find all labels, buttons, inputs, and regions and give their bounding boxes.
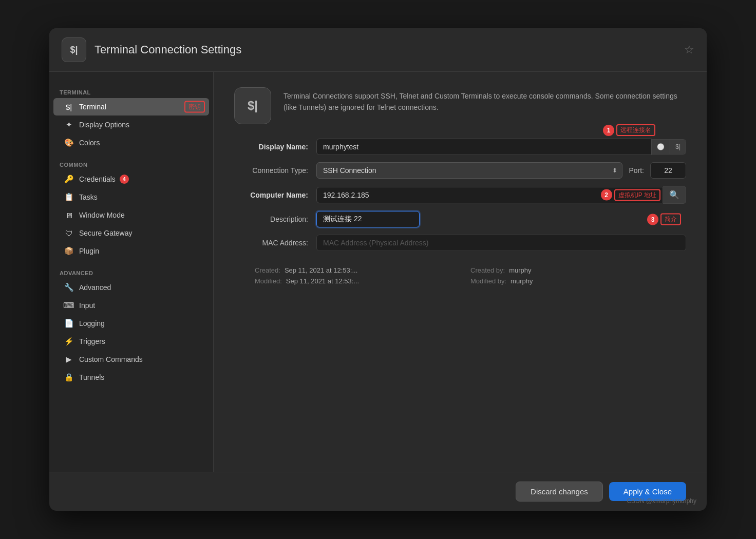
- sidebar-item-plugin-label: Plugin: [79, 247, 99, 255]
- sidebar-item-display-options[interactable]: ✦ Display Options: [53, 116, 209, 133]
- window-title: Terminal Connection Settings: [94, 43, 241, 56]
- terminal-large-icon: $|: [234, 87, 271, 124]
- sidebar-item-triggers[interactable]: ⚡ Triggers: [53, 333, 209, 350]
- sidebar-item-tunnels-label: Tunnels: [79, 373, 104, 381]
- key-annotation: 密钥: [184, 101, 205, 113]
- secure-gateway-icon: 🛡: [64, 228, 74, 238]
- connection-type-select[interactable]: SSH Connection Telnet Connection Custom …: [316, 162, 622, 179]
- sidebar-item-secure-gateway-label: Secure Gateway: [79, 229, 133, 237]
- connection-type-select-wrapper: SSH Connection Telnet Connection Custom …: [316, 162, 622, 179]
- created-by-row: Created by: murphy: [470, 266, 686, 274]
- sidebar-item-terminal-label: Terminal: [79, 103, 106, 111]
- description-input[interactable]: [316, 211, 420, 227]
- display-name-wrapper: ⚪ $| 1 远程连接名: [316, 139, 686, 155]
- input-icon: ⌨: [64, 300, 74, 311]
- title-bar: $| Terminal Connection Settings ☆: [49, 28, 707, 72]
- sidebar-item-terminal[interactable]: $| Terminal 密钥: [53, 98, 209, 116]
- sidebar-item-plugin[interactable]: 📦 Plugin: [53, 242, 209, 260]
- display-name-label: Display Name:: [234, 143, 316, 151]
- sidebar-item-colors[interactable]: 🎨 Colors: [53, 134, 209, 151]
- description-wrapper: 3 简介: [316, 211, 686, 227]
- modified-value: Sep 11, 2021 at 12:53:...: [286, 277, 359, 285]
- sidebar-item-window-mode[interactable]: 🖥 Window Mode: [53, 206, 209, 224]
- sidebar-item-colors-label: Colors: [79, 139, 100, 147]
- sidebar-item-triggers-label: Triggers: [79, 337, 105, 345]
- connection-type-label: Connection Type:: [234, 166, 316, 175]
- search-btn[interactable]: 🔍: [663, 186, 686, 204]
- window-mode-icon: 🖥: [64, 210, 74, 220]
- main-window: $| Terminal Connection Settings ☆ Termin…: [49, 28, 707, 511]
- form-section: Display Name: ⚪ $| 1 远程连接名: [234, 139, 686, 456]
- circle-1: 1: [603, 125, 614, 136]
- sidebar-item-input[interactable]: ⌨ Input: [53, 297, 209, 314]
- sidebar-item-logging[interactable]: 📄 Logging: [53, 315, 209, 332]
- mac-address-label: MAC Address:: [234, 239, 316, 247]
- created-label: Created:: [255, 266, 280, 274]
- colors-icon: 🎨: [64, 138, 74, 148]
- circle-3: 3: [647, 214, 658, 225]
- tunnels-icon: 🔒: [64, 372, 74, 382]
- sidebar-item-tunnels[interactable]: 🔒 Tunnels: [53, 369, 209, 386]
- display-name-circle-btn[interactable]: ⚪: [652, 140, 670, 154]
- sidebar-item-tasks[interactable]: 📋 Tasks: [53, 188, 209, 206]
- created-by-label: Created by:: [470, 266, 505, 274]
- watermark: CSDN @xmurphymurphy: [627, 497, 696, 505]
- sidebar-item-credentials-label: Credentials: [79, 175, 116, 183]
- modified-by-value: murphy: [511, 277, 533, 285]
- port-input[interactable]: [650, 162, 686, 179]
- sidebar-item-secure-gateway[interactable]: 🛡 Secure Gateway: [53, 224, 209, 242]
- created-row: Created: Sep 11, 2021 at 12:53:...: [255, 266, 470, 274]
- remote-connection-annotation: 1 远程连接名: [603, 124, 655, 136]
- tasks-icon: 📋: [64, 192, 74, 202]
- app-icon-text: $|: [70, 45, 78, 55]
- sidebar-item-advanced-label: Advanced: [79, 283, 111, 292]
- circle-2: 2: [601, 189, 612, 201]
- vm-ip-annotation: 2 虚拟机IP 地址: [601, 189, 660, 201]
- display-name-row: Display Name: ⚪ $| 1 远程连接名: [234, 139, 686, 155]
- advanced-icon: 🔧: [64, 282, 74, 293]
- info-description: Terminal Connections support SSH, Telnet…: [284, 87, 686, 113]
- terminal-icon: $|: [64, 102, 74, 112]
- description-annotation: 3 简介: [647, 214, 681, 225]
- display-name-terminal-btn[interactable]: $|: [670, 140, 686, 154]
- sidebar-item-input-label: Input: [79, 301, 95, 310]
- display-name-input[interactable]: [316, 139, 652, 155]
- connection-type-row: Connection Type: SSH Connection Telnet C…: [234, 162, 686, 179]
- sidebar-item-logging-label: Logging: [79, 319, 105, 328]
- sidebar-item-display-options-label: Display Options: [79, 121, 129, 129]
- modified-label: Modified:: [255, 277, 282, 285]
- sidebar-item-tasks-label: Tasks: [79, 193, 98, 201]
- mac-address-input[interactable]: [316, 235, 686, 251]
- modified-by-row: Modified by: murphy: [470, 277, 686, 285]
- modified-row: Modified: Sep 11, 2021 at 12:53:...: [255, 277, 470, 285]
- info-row: $| Terminal Connections support SSH, Tel…: [234, 87, 686, 124]
- description-row: Description: 3 简介: [234, 211, 686, 227]
- main-content: Terminal $| Terminal 密钥 ✦ Display Option…: [49, 72, 707, 472]
- triggers-icon: ⚡: [64, 336, 74, 346]
- favorite-icon[interactable]: ☆: [684, 43, 694, 56]
- content-area: $| Terminal Connections support SSH, Tel…: [214, 72, 707, 472]
- connection-type-wrapper: SSH Connection Telnet Connection Custom …: [316, 162, 686, 179]
- sidebar-section-common: Common: [49, 159, 213, 170]
- computer-name-row: Computer Name: 🔍 2 虚拟机IP 地址: [234, 186, 686, 204]
- sidebar-item-advanced[interactable]: 🔧 Advanced: [53, 279, 209, 296]
- discard-button[interactable]: Discard changes: [516, 482, 603, 502]
- footer: Discard changes Apply & Close: [49, 472, 707, 511]
- sidebar-item-credentials[interactable]: 🔑 Credentials 4: [53, 170, 209, 188]
- description-label: Description:: [234, 215, 316, 223]
- sidebar-item-window-mode-label: Window Mode: [79, 211, 125, 219]
- sidebar-item-custom-commands[interactable]: ▶ Custom Commands: [53, 351, 209, 368]
- terminal-large-icon-text: $|: [248, 99, 258, 113]
- display-name-buttons: ⚪ $|: [652, 139, 686, 155]
- computer-name-label: Computer Name:: [234, 191, 316, 199]
- plugin-icon: 📦: [64, 246, 74, 256]
- sidebar: Terminal $| Terminal 密钥 ✦ Display Option…: [49, 72, 214, 472]
- created-value: Sep 11, 2021 at 12:53:...: [285, 266, 357, 274]
- computer-name-wrapper: 🔍 2 虚拟机IP 地址: [316, 186, 686, 204]
- app-icon: $|: [62, 37, 86, 62]
- sidebar-section-advanced: Advanced: [49, 267, 213, 278]
- credentials-icon: 🔑: [64, 174, 74, 184]
- remote-name-label: 远程连接名: [616, 124, 655, 136]
- description-short-label: 简介: [660, 214, 681, 225]
- logging-icon: 📄: [64, 318, 74, 329]
